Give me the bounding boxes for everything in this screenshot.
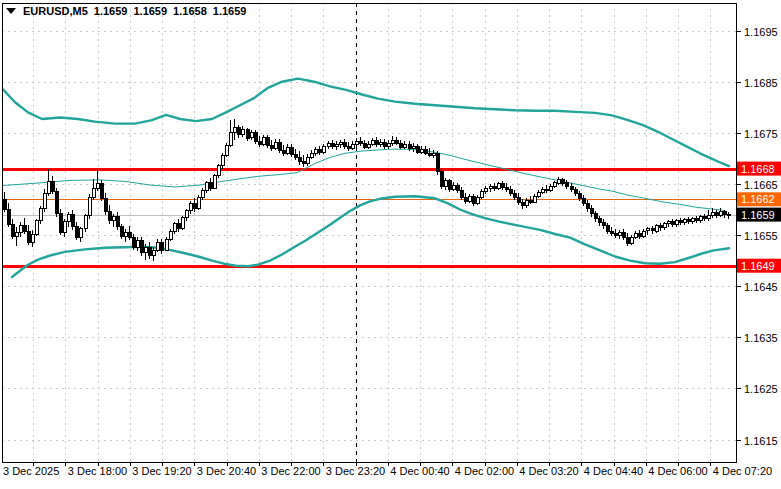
candle-body-bear — [521, 202, 524, 205]
candle-body-bear — [270, 145, 273, 148]
candle — [626, 233, 629, 246]
candle-body-bear — [651, 229, 654, 231]
candle-body-bull — [314, 149, 317, 153]
candle — [15, 227, 18, 246]
candle-body-bull — [391, 140, 394, 143]
price-chart-canvas[interactable]: 1.16951.16851.16751.16651.16551.16451.16… — [0, 0, 781, 489]
candle — [610, 227, 613, 236]
candle-body-bull — [63, 222, 66, 232]
symbol-period-label: EURUSD,M5 — [23, 5, 88, 17]
candle — [39, 206, 42, 223]
candle-body-bear — [140, 240, 143, 252]
candle — [124, 229, 127, 242]
x-axis-label: 3 Dec 2025 — [3, 465, 59, 477]
candle — [715, 210, 718, 218]
candle-body-bear — [464, 197, 467, 201]
candle — [156, 239, 159, 252]
candle-body-bull — [67, 215, 70, 222]
candle — [432, 150, 435, 158]
candle-body-bull — [367, 144, 370, 147]
candle-body-bull — [197, 197, 200, 208]
candle-body-bear — [343, 142, 346, 146]
quote-high: 1.1659 — [133, 5, 167, 17]
candle — [116, 212, 119, 230]
candle-body-bull — [355, 141, 358, 144]
candle-body-bear — [359, 141, 362, 143]
candle — [237, 125, 240, 138]
candle — [160, 239, 163, 253]
candle — [683, 218, 686, 225]
candle — [302, 155, 305, 166]
candle-body-bull — [403, 144, 406, 147]
x-axis-label: 4 Dec 02:00 — [455, 465, 514, 477]
candle-body-bull — [173, 224, 176, 231]
candle-body-bear — [116, 217, 119, 227]
candle-body-bear — [428, 153, 431, 155]
candle-body-bear — [602, 223, 605, 226]
candle — [327, 141, 330, 149]
candle-body-bull — [221, 155, 224, 165]
price-badge-label: 1.1659 — [741, 209, 775, 221]
candle — [606, 223, 609, 234]
candle-body-bear — [399, 143, 402, 147]
candle-body-bear — [375, 140, 378, 144]
candle — [59, 209, 62, 236]
candle — [622, 229, 625, 240]
candle — [395, 137, 398, 145]
x-axis-label: 3 Dec 22:00 — [261, 465, 320, 477]
candle-body-bull — [84, 216, 87, 229]
candle-body-bear — [416, 146, 419, 152]
candle-body-bull — [43, 193, 46, 208]
candle — [173, 222, 176, 234]
candle — [254, 130, 257, 144]
candle — [703, 214, 706, 221]
candle — [517, 193, 520, 205]
candle-body-bull — [19, 226, 22, 232]
chart-collapse-icon[interactable] — [6, 8, 16, 14]
candle-body-bear — [100, 184, 103, 198]
x-axis-label: 4 Dec 04:40 — [584, 465, 643, 477]
candle-body-bull — [47, 182, 50, 193]
candle-body-bull — [241, 130, 244, 135]
candle — [509, 186, 512, 196]
candle-body-bull — [213, 176, 216, 188]
price-badge-label: 1.1649 — [741, 260, 775, 272]
candle-body-bear — [104, 198, 107, 211]
candle-body-bull — [229, 133, 232, 145]
candle-body-bull — [727, 215, 730, 216]
candle — [108, 205, 111, 223]
price-badge-label: 1.1668 — [741, 163, 775, 175]
candle — [189, 201, 192, 213]
candle — [136, 237, 139, 251]
candle-body-bull — [444, 181, 447, 186]
candle — [687, 217, 690, 224]
candle-body-bear — [723, 212, 726, 215]
candle-body-bear — [55, 191, 58, 214]
candle — [318, 146, 321, 155]
candle-body-bull — [675, 221, 678, 225]
candle-body-bear — [302, 162, 305, 164]
candle-body-bear — [695, 219, 698, 221]
candle-body-bear — [472, 196, 475, 203]
candle — [541, 187, 544, 194]
candle-body-bear — [246, 130, 249, 138]
candle-body-bull — [541, 189, 544, 192]
x-axis-label: 3 Dec 18:00 — [68, 465, 127, 477]
candle-body-bear — [703, 217, 706, 219]
candle-body-bear — [448, 181, 451, 189]
candle — [501, 181, 504, 190]
candle — [642, 229, 645, 238]
candle-body-bear — [132, 237, 135, 247]
candle — [399, 140, 402, 149]
y-axis-label: 1.1615 — [744, 435, 778, 447]
candle — [403, 141, 406, 149]
candle — [67, 212, 70, 227]
candle-body-bull — [476, 197, 479, 203]
candle-body-bull — [371, 140, 374, 144]
candle — [424, 146, 427, 155]
y-axis-label: 1.1655 — [744, 230, 778, 242]
candle — [719, 208, 722, 217]
candle-body-bull — [497, 184, 500, 188]
candle — [428, 148, 431, 157]
candle — [298, 151, 301, 164]
